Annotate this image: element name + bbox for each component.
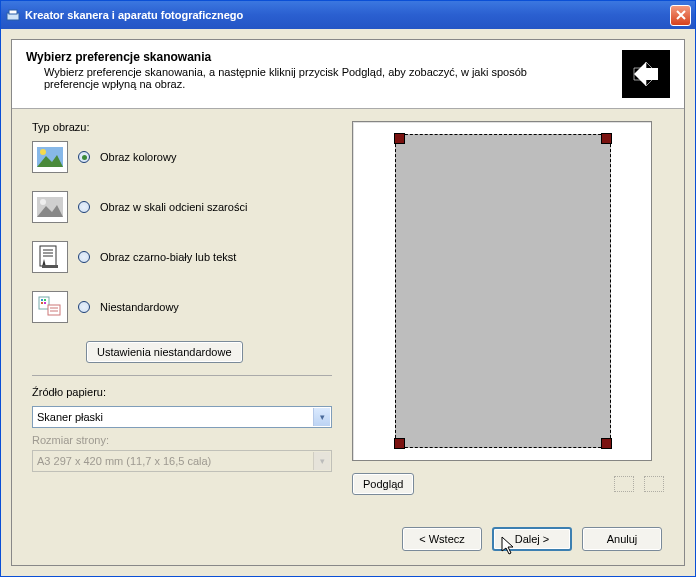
- radio-custom[interactable]: [78, 301, 90, 313]
- custom-settings-button[interactable]: Ustawienia niestandardowe: [86, 341, 243, 363]
- radio-blackwhite[interactable]: [78, 251, 90, 263]
- wizard-buttons: < Wstecz Dalej > Anuluj: [402, 527, 662, 551]
- window-title: Kreator skanera i aparatu fotograficzneg…: [25, 9, 670, 21]
- zoom-actual-icon[interactable]: [644, 476, 664, 492]
- color-photo-icon: [32, 141, 68, 173]
- svg-rect-1: [9, 10, 17, 14]
- svg-rect-12: [42, 265, 58, 268]
- option-grayscale-label: Obraz w skali odcieni szarości: [100, 201, 247, 213]
- text-icon: [32, 241, 68, 273]
- page-subtitle: Wybierz preferencje skanowania, a następ…: [44, 66, 564, 90]
- radio-grayscale[interactable]: [78, 201, 90, 213]
- svg-point-4: [40, 149, 46, 155]
- paper-source-label: Źródło papieru:: [32, 386, 332, 398]
- radio-color[interactable]: [78, 151, 90, 163]
- option-custom[interactable]: Niestandardowy: [32, 291, 332, 323]
- svg-point-7: [40, 199, 46, 205]
- wizard-icon: [622, 50, 670, 98]
- grayscale-photo-icon: [32, 191, 68, 223]
- wizard-panel: Wybierz preferencje skanowania Wybierz p…: [11, 39, 685, 566]
- option-color[interactable]: Obraz kolorowy: [32, 141, 332, 173]
- header: Wybierz preferencje skanowania Wybierz p…: [12, 40, 684, 109]
- custom-icon: [32, 291, 68, 323]
- resize-handle-br[interactable]: [601, 438, 612, 449]
- close-button[interactable]: [670, 5, 691, 26]
- paper-source-combo[interactable]: Skaner płaski ▾: [32, 406, 332, 428]
- option-grayscale[interactable]: Obraz w skali odcieni szarości: [32, 191, 332, 223]
- page-size-label: Rozmiar strony:: [32, 434, 332, 446]
- svg-rect-18: [48, 305, 60, 315]
- option-color-label: Obraz kolorowy: [100, 151, 176, 163]
- option-custom-label: Niestandardowy: [100, 301, 179, 313]
- separator: [32, 375, 332, 376]
- chevron-down-icon: ▾: [313, 408, 330, 426]
- cancel-button[interactable]: Anuluj: [582, 527, 662, 551]
- zoom-fit-icon[interactable]: [614, 476, 634, 492]
- svg-rect-16: [41, 302, 43, 304]
- svg-rect-15: [44, 299, 46, 301]
- page-title: Wybierz preferencje skanowania: [26, 50, 622, 64]
- image-type-label: Typ obrazu:: [32, 121, 332, 133]
- wizard-window: Kreator skanera i aparatu fotograficzneg…: [0, 0, 696, 577]
- resize-handle-tr[interactable]: [601, 133, 612, 144]
- page-size-combo: A3 297 x 420 mm (11,7 x 16,5 cala) ▾: [32, 450, 332, 472]
- back-button[interactable]: < Wstecz: [402, 527, 482, 551]
- svg-rect-17: [44, 302, 46, 304]
- app-icon: [5, 7, 21, 23]
- page-size-value: A3 297 x 420 mm (11,7 x 16,5 cala): [37, 455, 211, 467]
- options-pane: Typ obrazu: Obraz kolorowy Obraz w skali…: [32, 121, 332, 495]
- svg-rect-14: [41, 299, 43, 301]
- scan-selection[interactable]: [395, 134, 611, 448]
- resize-handle-tl[interactable]: [394, 133, 405, 144]
- zoom-tools: [614, 476, 664, 492]
- resize-handle-bl[interactable]: [394, 438, 405, 449]
- preview-button[interactable]: Podgląd: [352, 473, 414, 495]
- preview-pane: Podgląd: [352, 121, 664, 495]
- preview-area[interactable]: [352, 121, 652, 461]
- option-blackwhite[interactable]: Obraz czarno-biały lub tekst: [32, 241, 332, 273]
- option-blackwhite-label: Obraz czarno-biały lub tekst: [100, 251, 236, 263]
- paper-source-value: Skaner płaski: [37, 411, 103, 423]
- chevron-down-icon: ▾: [313, 452, 330, 470]
- next-button[interactable]: Dalej >: [492, 527, 572, 551]
- titlebar: Kreator skanera i aparatu fotograficzneg…: [1, 1, 695, 29]
